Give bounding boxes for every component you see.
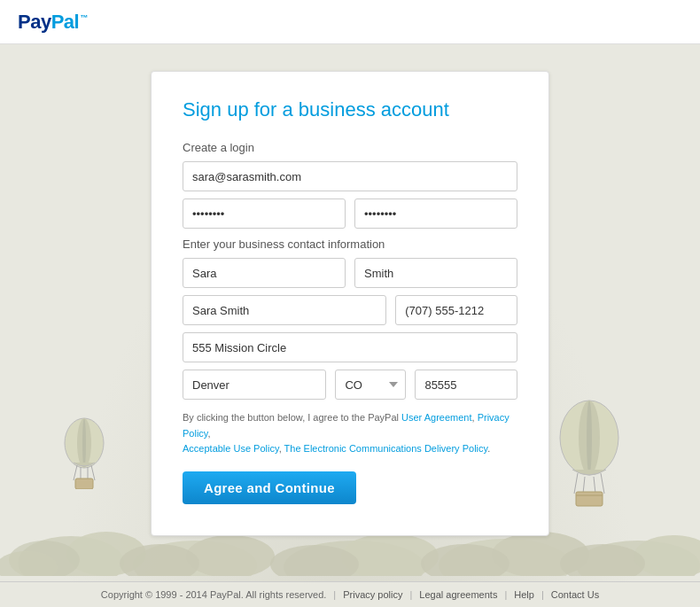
svg-point-2	[82, 418, 86, 468]
svg-line-4	[91, 465, 95, 480]
svg-point-26	[270, 545, 359, 576]
terms-period: .	[487, 443, 490, 454]
svg-point-31	[634, 535, 700, 576]
footer-divider-2: |	[409, 589, 412, 600]
acceptable-use-link[interactable]: Acceptable Use Policy	[183, 443, 279, 454]
svg-point-19	[9, 541, 80, 576]
svg-point-29	[421, 544, 509, 576]
address-field-wrapper	[183, 332, 517, 362]
svg-point-21	[133, 541, 257, 576]
svg-point-20	[0, 551, 58, 576]
svg-point-28	[492, 532, 589, 576]
form-title: Sign up for a business account	[183, 98, 517, 121]
svg-line-14	[594, 477, 595, 494]
footer-divider-3: |	[504, 589, 507, 600]
svg-point-23	[120, 544, 199, 576]
confirm-password-input[interactable]	[354, 198, 517, 229]
svg-point-18	[66, 532, 146, 576]
email-field-wrapper	[183, 161, 517, 191]
paypal-logo-text: PayPal™	[18, 11, 88, 34]
legal-agreements-link[interactable]: Legal agreements	[419, 589, 497, 600]
svg-point-32	[560, 544, 645, 576]
name-row	[183, 258, 517, 288]
address-input[interactable]	[183, 332, 517, 362]
business-name-input[interactable]	[183, 295, 386, 325]
user-agreement-link[interactable]: User Agreement	[401, 412, 471, 423]
terms-sep2: ,	[208, 428, 211, 439]
login-section-label: Create a login	[183, 141, 517, 154]
svg-line-3	[74, 465, 77, 480]
contact-section-label: Enter your business contact information	[183, 237, 517, 251]
svg-rect-15	[576, 492, 603, 506]
last-name-input[interactable]	[354, 258, 517, 288]
footer-divider-1: |	[333, 589, 336, 600]
ecd-policy-link[interactable]: The Electronic Communications Delivery P…	[284, 443, 488, 454]
paypal-logo: PayPal™	[18, 11, 88, 34]
email-input[interactable]	[183, 161, 517, 191]
svg-point-22	[186, 535, 275, 576]
balloon-left	[58, 409, 111, 492]
agree-continue-button[interactable]: Agree and Continue	[183, 471, 356, 504]
svg-line-12	[601, 473, 604, 494]
copyright-text: Copyright © 1999 - 2014 PayPal. All righ…	[101, 589, 327, 600]
password-row	[183, 198, 517, 229]
footer: Copyright © 1999 - 2014 PayPal. All righ…	[0, 581, 700, 607]
footer-divider-4: |	[541, 589, 544, 600]
background-area: Sign up for a business account Create a …	[0, 44, 700, 607]
balloon-right	[549, 392, 629, 510]
city-state-zip-row: CO AL AK AZ AR CA CT	[183, 370, 517, 400]
svg-point-30	[576, 541, 700, 576]
state-select[interactable]: CO AL AK AZ AR CA CT	[335, 370, 406, 400]
trademark-symbol: ™	[80, 13, 88, 22]
svg-point-25	[341, 533, 439, 576]
svg-point-17	[18, 536, 124, 576]
contact-us-link[interactable]: Contact Us	[551, 589, 599, 600]
zip-input[interactable]	[415, 370, 517, 400]
city-input[interactable]	[183, 370, 326, 400]
svg-rect-7	[75, 479, 93, 489]
svg-line-11	[574, 473, 578, 494]
phone-input[interactable]	[395, 295, 517, 325]
password-input[interactable]	[183, 198, 346, 229]
business-phone-row	[183, 295, 517, 325]
first-name-input[interactable]	[183, 258, 346, 288]
form-card: Sign up for a business account Create a …	[151, 71, 549, 536]
svg-point-27	[439, 539, 572, 576]
terms-text: By clicking the button below, I agree to…	[183, 410, 517, 457]
svg-point-24	[284, 541, 425, 576]
header: PayPal™	[0, 0, 700, 44]
privacy-policy-footer-link[interactable]: Privacy policy	[343, 589, 402, 600]
svg-point-10	[587, 401, 592, 475]
svg-line-13	[583, 477, 585, 494]
help-link[interactable]: Help	[514, 589, 534, 600]
terms-prefix: By clicking the button below, I agree to…	[183, 412, 401, 423]
